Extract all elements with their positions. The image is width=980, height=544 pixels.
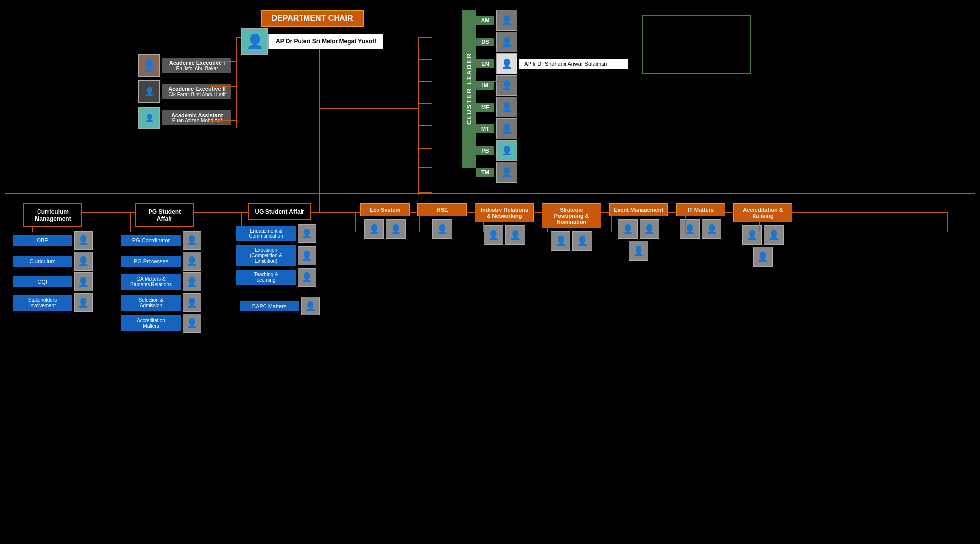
dept-header-ecosystem: Eco System [360, 203, 410, 216]
sub-photo-ga-matters: 👤 [183, 272, 201, 291]
sub-box-exposition: Exposition(Competition &Exhibition) [236, 245, 296, 266]
dept-it: IT Matters 👤 👤 [676, 203, 725, 239]
sub-box-pg-proc: PG Processes [121, 256, 181, 267]
sub-item-accred-pg: AccreditationMatters 👤 [121, 314, 208, 333]
bapc-container: BAPC Matters 👤 [240, 297, 320, 315]
cluster-photo-ds: 👤 [496, 32, 517, 52]
dept-curriculum-management: CurriculumManagement OBE 👤 Curriculum 👤 … [13, 203, 93, 312]
sub-box-cqi: CQI [13, 276, 72, 287]
sub-photo-stakeholders: 👤 [74, 293, 93, 312]
dept-photos-it: 👤 👤 [680, 219, 721, 239]
sub-box-bapc: BAPC Matters [240, 301, 299, 311]
sub-item-teaching: Teaching &Learning 👤 [236, 268, 323, 287]
dept-photos-hse: 👤 [432, 219, 452, 239]
sub-box-teaching: Teaching &Learning [236, 270, 296, 285]
ae2-photo: 👤 [138, 80, 160, 103]
chair-name: AP Dr Puteri Sri Melor Megat Yusoff [268, 34, 383, 49]
sub-item-curriculum: Curriculum 👤 [13, 252, 93, 271]
sub-item-engagement: Engagement &Communication 👤 [236, 224, 323, 243]
dept-header-pg: PG StudentAffair [135, 203, 194, 227]
sub-item-pg-proc: PG Processes 👤 [121, 252, 208, 271]
chair-info: 👤 AP Dr Puteri Sri Melor Megat Yusoff [241, 28, 383, 55]
staff-item-ae2: 👤 Academic Executive II Cik Farah Binti … [138, 80, 231, 103]
aa-box: Academic Assistant Puan Azizah Mohd Arif [162, 110, 231, 125]
dept-event: Event Management 👤 👤 👤 [609, 203, 668, 261]
sub-box-obe: OBE [13, 235, 72, 246]
cluster-section: CLUSTER LEADER AM 👤 DS 👤 EN 👤 AP Ir Dr S… [462, 10, 751, 183]
sub-item-obe: OBE 👤 [13, 231, 93, 250]
cluster-name-en: AP Ir Dr Shaharin Anwar Sulaiman [519, 59, 628, 69]
cluster-row-pb: PB 👤 [476, 140, 628, 161]
cluster-photo-mf: 👤 [496, 97, 517, 117]
photo-accred-3: 👤 [753, 247, 773, 267]
cluster-row-am: AM 👤 [476, 10, 628, 31]
cluster-badge-ds: DS [476, 38, 494, 46]
cluster-photo-pb: 👤 [496, 140, 517, 161]
bottom-separator [5, 193, 975, 194]
cluster-photo-mt: 👤 [496, 118, 517, 139]
sub-item-selection: Selection &Admission 👤 [121, 293, 208, 312]
dept-ug-student: UG Student Affair Engagement &Communicat… [236, 203, 323, 315]
sub-box-ga-matters: GA Matters &Students Relations [121, 274, 181, 290]
ae1-photo: 👤 [138, 54, 160, 77]
dept-header-ug: UG Student Affair [248, 203, 311, 220]
photo-industry-2: 👤 [505, 225, 525, 245]
sub-box-engagement: Engagement &Communication [236, 226, 296, 241]
dept-header-industry: Industry Relations & Networking [475, 203, 534, 222]
dept-photos-strategic: 👤 👤 [551, 231, 592, 251]
chair-photo: 👤 [241, 28, 268, 55]
sub-box-selection: Selection &Admission [121, 295, 181, 311]
sub-box-pg-coord: PG Coordinator [121, 235, 181, 246]
photo-event-2: 👤 [640, 219, 659, 239]
staff-item-ae1: 👤 Academic Executive I En Jafni Abu Baka… [138, 54, 231, 77]
cluster-photo-am: 👤 [496, 10, 517, 31]
dept-photos-event: 👤 👤 👤 [609, 219, 668, 261]
sub-photo-exposition: 👤 [298, 246, 316, 265]
dept-header-it: IT Matters [676, 203, 725, 216]
sub-photo-curriculum: 👤 [74, 252, 93, 271]
photo-ecosystem-1: 👤 [364, 219, 384, 239]
sub-photo-engagement: 👤 [298, 224, 316, 243]
cluster-row-mf: MF 👤 [476, 97, 628, 117]
dept-ecosystem: Eco System 👤 👤 [360, 203, 410, 239]
cluster-badge-mf: MF [476, 103, 494, 112]
dept-header-event: Event Management [609, 203, 668, 216]
cluster-badge-pb: PB [476, 146, 494, 155]
cluster-photo-tm: 👤 [496, 162, 517, 183]
ae2-box: Academic Executive II Cik Farah Binti Ab… [162, 84, 231, 99]
cluster-photo-im: 👤 [496, 75, 517, 96]
ae1-box: Academic Executive I En Jafni Abu Bakar [162, 58, 231, 73]
photo-accred-1: 👤 [742, 225, 762, 245]
dept-sub-list-pg: PG Coordinator 👤 PG Processes 👤 GA Matte… [121, 231, 208, 333]
cluster-badge-im: IM [476, 81, 494, 90]
sub-box-curriculum: Curriculum [13, 256, 72, 267]
sub-item-ga-matters: GA Matters &Students Relations 👤 [121, 272, 208, 291]
dept-strategic: Strategic Positioning & Nomination 👤 👤 [542, 203, 601, 251]
dept-pg-student: PG StudentAffair PG Coordinator 👤 PG Pro… [121, 203, 208, 333]
sub-photo-pg-proc: 👤 [183, 252, 201, 271]
chair-block: DEPARTMENT CHAIR 👤 AP Dr Puteri Sri Melo… [241, 10, 383, 55]
green-box [642, 15, 751, 74]
sub-photo-accred-pg: 👤 [183, 314, 201, 333]
photo-it-1: 👤 [680, 219, 700, 239]
photo-accred-2: 👤 [764, 225, 784, 245]
photo-it-2: 👤 [702, 219, 721, 239]
dept-header-curriculum: CurriculumManagement [23, 203, 82, 227]
cluster-badge-tm: TM [476, 168, 494, 177]
dept-hse: HSE 👤 [417, 203, 467, 239]
cluster-badge-am: AM [476, 16, 494, 25]
sub-item-cqi: CQI 👤 [13, 272, 93, 291]
staff-column: 👤 Academic Executive I En Jafni Abu Baka… [138, 54, 231, 129]
photo-hse-1: 👤 [432, 219, 452, 239]
cluster-badge-en: EN [476, 59, 494, 68]
cluster-badge-mt: MT [476, 124, 494, 133]
photo-event-1: 👤 [618, 219, 638, 239]
sub-photo-bapc: 👤 [301, 297, 320, 315]
chair-title: DEPARTMENT CHAIR [261, 10, 364, 27]
sub-photo-teaching: 👤 [298, 268, 316, 287]
cluster-row-en: EN 👤 AP Ir Dr Shaharin Anwar Sulaiman [476, 53, 628, 74]
cluster-row-im: IM 👤 [476, 75, 628, 96]
cluster-bar: CLUSTER LEADER [462, 10, 476, 168]
org-chart: 👤 Academic Executive I En Jafni Abu Baka… [0, 0, 980, 544]
sub-photo-cqi: 👤 [74, 272, 93, 291]
